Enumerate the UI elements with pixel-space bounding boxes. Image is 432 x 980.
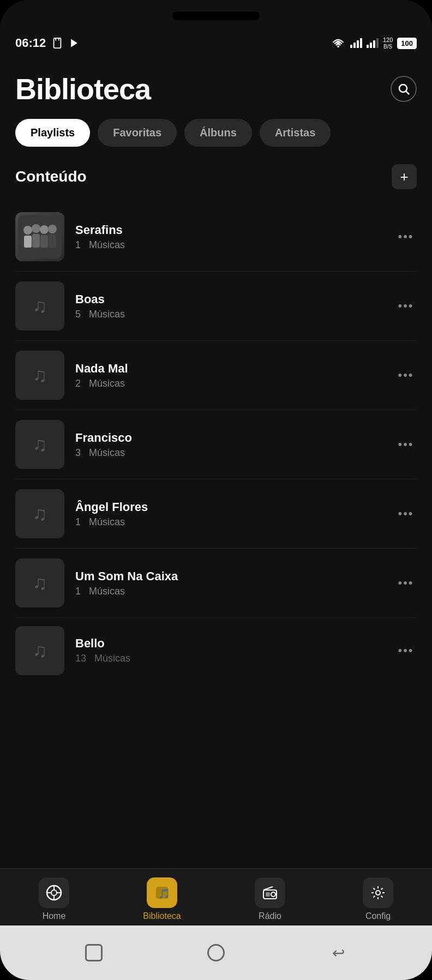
svg-point-3	[399, 85, 407, 92]
svg-point-15	[51, 890, 57, 895]
svg-rect-7	[24, 236, 32, 248]
playlist-thumbnail-nada-mal: ♫	[15, 351, 64, 400]
bottom-nav: Home 🎵 Biblioteca	[0, 868, 432, 925]
tab-albuns[interactable]: Álbuns	[184, 119, 252, 147]
playlist-item[interactable]: ♫ Nada Mal 2 Músicas •••	[15, 340, 417, 410]
playlist-more-button[interactable]: •••	[395, 640, 417, 662]
time-display: 06:12	[15, 36, 46, 50]
signal-bars-1	[350, 38, 362, 48]
svg-rect-24	[266, 892, 270, 897]
home-icon	[46, 885, 62, 901]
playlist-item[interactable]: Serafins 1 Músicas •••	[15, 202, 417, 271]
page-title: Biblioteca	[15, 72, 151, 106]
music-note-icon: ♫	[33, 639, 47, 662]
playlist-info-francisco: Francisco 3 Músicas	[75, 431, 384, 459]
page-title-row: Biblioteca	[15, 55, 417, 119]
system-nav-recents[interactable]	[77, 936, 110, 969]
playlist-item[interactable]: ♫ Bello 13 Músicas •••	[15, 617, 417, 683]
playlist-info-serafins: Serafins 1 Músicas	[75, 223, 384, 251]
back-icon: ↩	[332, 944, 345, 962]
tab-favoritas[interactable]: Favoritas	[98, 119, 177, 147]
playlist-item[interactable]: ♫ Um Som Na Caixa 1 Músicas •••	[15, 548, 417, 617]
home-nav-label: Home	[43, 911, 66, 921]
tab-playlists[interactable]: Playlists	[15, 119, 90, 147]
playlist-more-button[interactable]: •••	[395, 226, 417, 248]
playlist-name: Serafins	[75, 223, 384, 237]
playlist-count: 1 Músicas	[75, 239, 384, 251]
signal-bars-2	[367, 38, 379, 48]
playlist-thumbnail-francisco: ♫	[15, 420, 64, 469]
svg-point-12	[48, 225, 57, 233]
playlist-item[interactable]: ♫ Ângel Flores 1 Músicas •••	[15, 479, 417, 548]
svg-rect-0	[54, 38, 61, 48]
phone-frame: 06:12	[0, 0, 432, 980]
config-nav-label: Config	[365, 911, 391, 921]
svg-line-4	[406, 92, 410, 95]
section-header: Conteúdo +	[15, 164, 417, 189]
nav-config[interactable]: Config	[345, 877, 411, 921]
tab-artistas[interactable]: Artistas	[260, 119, 331, 147]
playlist-item[interactable]: ♫ Francisco 3 Músicas •••	[15, 410, 417, 479]
biblioteca-icon: 🎵	[154, 885, 170, 901]
add-playlist-button[interactable]: +	[392, 164, 417, 189]
svg-rect-9	[32, 234, 40, 248]
recents-icon	[85, 944, 103, 961]
music-note-icon: ♫	[33, 572, 47, 594]
svg-point-6	[23, 226, 32, 235]
svg-point-25	[271, 892, 275, 897]
search-button[interactable]	[391, 76, 417, 102]
playlist-more-button[interactable]: •••	[395, 503, 417, 525]
serafins-image	[18, 215, 62, 258]
svg-point-27	[376, 891, 380, 895]
config-icon	[370, 885, 386, 901]
status-right-icons: 120 B/S 100	[331, 37, 417, 49]
radio-icon	[262, 885, 278, 901]
playlist-more-button[interactable]: •••	[395, 434, 417, 455]
svg-rect-11	[40, 235, 48, 248]
svg-rect-13	[49, 235, 56, 248]
svg-marker-1	[71, 39, 77, 47]
search-icon	[397, 82, 410, 95]
playlist-name: Boas	[75, 292, 384, 306]
playlist-more-button[interactable]: •••	[395, 364, 417, 386]
radio-nav-icon-wrap	[255, 877, 285, 908]
music-note-icon: ♫	[33, 502, 47, 525]
system-nav-home[interactable]	[200, 936, 232, 969]
music-note-icon: ♫	[33, 433, 47, 456]
svg-point-2	[337, 45, 339, 47]
playlist-thumbnail-bello: ♫	[15, 626, 64, 675]
nav-biblioteca[interactable]: 🎵 Biblioteca	[129, 877, 195, 921]
screen-content: Biblioteca Playlists Favoritas Álbuns Ar…	[0, 55, 432, 868]
playlist-thumbnail-angel-flores: ♫	[15, 489, 64, 538]
playlist-info-nada-mal: Nada Mal 2 Músicas	[75, 362, 384, 389]
playlist-count: 1 Músicas	[75, 516, 384, 528]
battery-indicator: 100	[397, 38, 417, 49]
playlist-thumbnail-um-som: ♫	[15, 558, 64, 608]
svg-point-8	[32, 224, 40, 233]
home-sys-icon	[207, 944, 225, 961]
sim-icon	[51, 37, 63, 49]
playlist-count: 3 Músicas	[75, 447, 384, 459]
status-bar: 06:12	[0, 32, 432, 55]
playlist-more-button[interactable]: •••	[395, 295, 417, 317]
playlist-name: Um Som Na Caixa	[75, 569, 384, 584]
plus-icon: +	[400, 169, 408, 185]
music-note-icon: ♫	[33, 364, 47, 387]
playlist-name: Francisco	[75, 431, 384, 445]
nav-home[interactable]: Home	[21, 877, 87, 921]
playlist-count: 1 Músicas	[75, 586, 384, 597]
playlist-thumbnail-boas: ♫	[15, 281, 64, 330]
tabs-row: Playlists Favoritas Álbuns Artistas	[15, 119, 417, 147]
playlist-thumbnail-serafins	[15, 212, 64, 261]
nav-radio[interactable]: Rádio	[237, 877, 303, 921]
config-nav-icon-wrap	[363, 877, 393, 908]
system-nav: ↩	[0, 925, 432, 980]
wifi-icon	[331, 37, 346, 49]
system-nav-back[interactable]: ↩	[322, 936, 355, 969]
playlist-info-boas: Boas 5 Músicas	[75, 292, 384, 320]
playlist-item[interactable]: ♫ Boas 5 Músicas •••	[15, 271, 417, 340]
playlist-more-button[interactable]: •••	[395, 572, 417, 594]
playlist-name: Ângel Flores	[75, 500, 384, 514]
playlist-count: 2 Músicas	[75, 378, 384, 389]
playlist-info-um-som: Um Som Na Caixa 1 Músicas	[75, 569, 384, 597]
